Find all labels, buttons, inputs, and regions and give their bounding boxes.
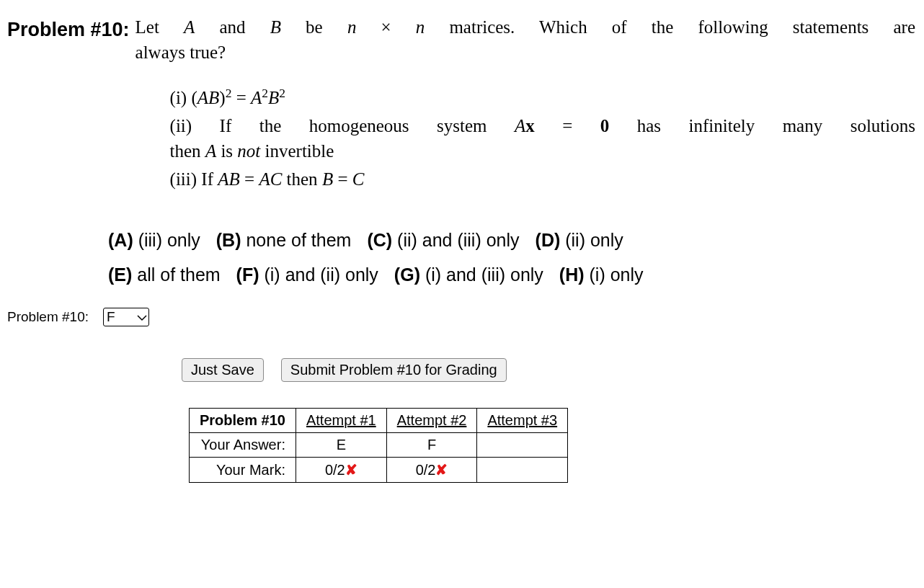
option-d: (D) (ii) only bbox=[536, 223, 623, 258]
option-h: (H) (i) only bbox=[559, 258, 644, 293]
statement-ii: (ii) If the homogeneous system Ax = 0 ha… bbox=[170, 113, 915, 164]
your-mark-label: Your Mark: bbox=[190, 458, 296, 483]
results-header-attempt-1[interactable]: Attempt #1 bbox=[296, 409, 386, 433]
option-c: (C) (ii) and (iii) only bbox=[367, 223, 519, 258]
problem-number-title: Problem #10: bbox=[7, 19, 130, 41]
results-header-attempt-3[interactable]: Attempt #3 bbox=[477, 409, 568, 433]
statement-i: (i) (AB)2 = A2B2 bbox=[170, 85, 915, 110]
option-a: (A) (iii) only bbox=[108, 223, 200, 258]
chevron-down-icon bbox=[137, 309, 147, 325]
answer-select-value: F bbox=[107, 309, 115, 325]
answer-row-label: Problem #10: bbox=[7, 309, 89, 325]
results-header-attempt-2[interactable]: Attempt #2 bbox=[386, 409, 477, 433]
answer-attempt-2: F bbox=[386, 433, 477, 458]
submit-button[interactable]: Submit Problem #10 for Grading bbox=[281, 358, 507, 382]
your-answer-label: Your Answer: bbox=[190, 433, 296, 458]
option-b: (B) none of them bbox=[216, 223, 352, 258]
results-header-problem: Problem #10 bbox=[190, 409, 296, 433]
answer-attempt-3 bbox=[477, 433, 568, 458]
question-text: Let A and B be n × n matrices. Which of … bbox=[136, 14, 915, 65]
mark-attempt-2: 0/2✘ bbox=[386, 458, 477, 483]
answer-attempt-1: E bbox=[296, 433, 386, 458]
statement-iii: (iii) If AB = AC then B = C bbox=[170, 166, 915, 192]
options-block: (A) (iii) only (B) none of them (C) (ii)… bbox=[108, 223, 915, 292]
just-save-button[interactable]: Just Save bbox=[182, 358, 264, 382]
statements-block: (i) (AB)2 = A2B2 (ii) If the homogeneous… bbox=[170, 85, 915, 192]
option-f: (F) (i) and (ii) only bbox=[236, 258, 378, 293]
answer-select[interactable]: F bbox=[103, 308, 149, 326]
option-e: (E) all of them bbox=[108, 258, 221, 293]
mark-attempt-3 bbox=[477, 458, 568, 483]
results-table: Problem #10 Attempt #1 Attempt #2 Attemp… bbox=[189, 408, 568, 483]
option-g: (G) (i) and (iii) only bbox=[394, 258, 543, 293]
mark-attempt-1: 0/2✘ bbox=[296, 458, 386, 483]
